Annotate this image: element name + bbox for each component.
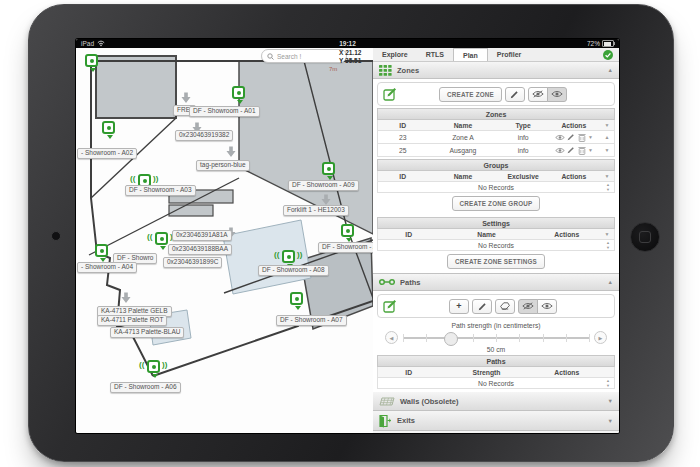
eye-icon[interactable] bbox=[555, 134, 565, 141]
accordion-exits[interactable]: Exits ▼ bbox=[373, 411, 619, 431]
pencil-icon bbox=[510, 90, 519, 99]
map-label: - Showroom - A02 bbox=[77, 148, 137, 159]
cursor-coordinates: X 21.12Y 35.51 bbox=[339, 49, 361, 64]
draw-zone-button[interactable] bbox=[505, 87, 525, 102]
tag-marker-icon[interactable] bbox=[232, 86, 245, 104]
search-placeholder: Search ! bbox=[277, 53, 301, 60]
screen: iPad 19:12 72% bbox=[76, 39, 619, 433]
accordion-paths[interactable]: Paths ▲ bbox=[373, 273, 619, 291]
add-path-button[interactable]: + bbox=[449, 299, 469, 314]
slider-decrease-button[interactable]: ◀ bbox=[385, 331, 398, 344]
tag-marker-icon[interactable] bbox=[322, 162, 335, 180]
accordion-zones[interactable]: Zones ▲ bbox=[373, 62, 619, 79]
side-panel: Explore RTLS Plan Profiler Zones ▲ bbox=[373, 48, 619, 433]
tag-marker-radiating-icon[interactable]: (()) bbox=[147, 360, 160, 378]
map-label: - Showroom - A04 bbox=[77, 262, 137, 273]
create-zone-button[interactable]: CREATE ZONE bbox=[439, 87, 502, 102]
floorplan-map[interactable]: Search ! X 21.12Y 35.51 7m (()) (()) (()… bbox=[76, 48, 374, 433]
map-label: DF - Showroom - A07 bbox=[276, 315, 347, 326]
edit-mode-icon[interactable] bbox=[383, 87, 397, 101]
create-zone-settings-button[interactable]: CREATE ZONE SETTINGS bbox=[447, 254, 545, 269]
ipad-device-frame: iPad 19:12 72% bbox=[28, 4, 674, 462]
path-strength-label: Path strength (in centimeters) bbox=[373, 322, 619, 329]
spinner-arrows-icon[interactable]: ▲▼ bbox=[606, 379, 610, 388]
map-label: DF - Showroom - A08 bbox=[258, 265, 329, 276]
hide-zones-button[interactable] bbox=[528, 87, 548, 102]
spinner-arrows-icon[interactable]: ▲▼ bbox=[606, 183, 610, 192]
map-label: DF - Showroom - A01 bbox=[189, 106, 260, 117]
accordion-walls[interactable]: Walls (Obsolete) ▼ bbox=[373, 392, 619, 411]
zones-table-title: Zones bbox=[377, 108, 615, 120]
show-paths-button[interactable] bbox=[537, 299, 557, 314]
map-scale-label: 7m bbox=[329, 66, 337, 72]
sort-arrow-icon[interactable]: ▼ bbox=[600, 231, 614, 237]
tab-profiler[interactable]: Profiler bbox=[488, 48, 531, 61]
battery-percent: 72% bbox=[587, 39, 600, 48]
zones-table-header: IDName TypeActions ▼ bbox=[377, 120, 615, 131]
eraser-icon bbox=[500, 302, 510, 310]
sort-arrow-icon[interactable]: ▼ bbox=[600, 173, 614, 179]
map-label: tag-person-blue bbox=[196, 160, 250, 171]
map-search-input[interactable]: Search ! bbox=[261, 49, 347, 63]
tag-marker-icon[interactable] bbox=[85, 54, 98, 72]
pencil-icon[interactable] bbox=[567, 133, 575, 141]
settings-table-header: ID Name Actions ▼ bbox=[377, 229, 615, 240]
home-button[interactable] bbox=[630, 222, 660, 252]
sort-arrow-icon[interactable]: ▼ bbox=[600, 122, 614, 128]
groups-empty-row: No Records▲▼ bbox=[377, 182, 615, 193]
draw-path-button[interactable] bbox=[472, 299, 492, 314]
walls-hatch-icon bbox=[379, 397, 395, 406]
eye-icon bbox=[551, 90, 563, 98]
slider-track[interactable] bbox=[403, 331, 589, 344]
table-row[interactable]: 25Ausgang info ▼ ▼ bbox=[377, 144, 615, 157]
eye-icon bbox=[541, 302, 553, 310]
trash-icon[interactable] bbox=[578, 146, 586, 155]
tab-explore[interactable]: Explore bbox=[373, 48, 417, 61]
tag-marker-radiating-icon[interactable]: (()) bbox=[155, 232, 168, 250]
path-strength-slider[interactable]: ◀ ▶ bbox=[385, 331, 607, 344]
eye-icon[interactable] bbox=[555, 147, 565, 154]
chevron-down-icon[interactable]: ▼ bbox=[588, 134, 593, 140]
tag-marker-icon[interactable] bbox=[102, 121, 115, 139]
tag-marker-icon[interactable] bbox=[95, 244, 108, 262]
chevron-up-icon[interactable]: ▲ bbox=[608, 279, 613, 285]
status-ok-icon bbox=[603, 50, 613, 60]
accordion-zones-label: Zones bbox=[397, 66, 419, 75]
scroll-up-icon[interactable]: ▲ bbox=[600, 134, 614, 140]
scroll-down-icon[interactable]: ▼ bbox=[600, 147, 614, 153]
chevron-down-icon[interactable]: ▼ bbox=[608, 398, 613, 404]
spinner-arrows-icon[interactable]: ▲▼ bbox=[606, 241, 610, 250]
chevron-down-icon[interactable]: ▼ bbox=[588, 147, 593, 153]
path-strength-value: 50 cm bbox=[373, 346, 619, 353]
map-label: KA-4711 Palette ROT bbox=[97, 315, 167, 326]
chevron-up-icon[interactable]: ▲ bbox=[608, 67, 613, 73]
slider-increase-button[interactable]: ▶ bbox=[594, 331, 607, 344]
tab-plan[interactable]: Plan bbox=[453, 48, 488, 61]
search-icon bbox=[267, 53, 274, 60]
status-bar: iPad 19:12 72% bbox=[76, 39, 619, 48]
tag-marker-icon[interactable] bbox=[290, 292, 303, 310]
accordion-measures[interactable]: Measures ▼ bbox=[373, 431, 619, 433]
paths-table-title: Paths bbox=[377, 355, 615, 367]
slider-handle[interactable] bbox=[444, 332, 458, 346]
tab-rtls[interactable]: RTLS bbox=[417, 48, 453, 61]
chevron-down-icon[interactable]: ▼ bbox=[608, 418, 613, 424]
exit-door-icon bbox=[379, 414, 392, 428]
trash-icon[interactable] bbox=[578, 133, 586, 142]
hide-paths-button[interactable] bbox=[518, 299, 538, 314]
accordion-walls-label: Walls (Obsolete) bbox=[400, 397, 458, 406]
tag-marker-icon[interactable] bbox=[341, 224, 354, 242]
create-zone-group-button[interactable]: CREATE ZONE GROUP bbox=[452, 196, 541, 211]
map-label: DF - Showroom - A09 bbox=[288, 180, 359, 191]
plus-icon: + bbox=[456, 302, 461, 310]
map-label: 0x2304639188BAA bbox=[168, 244, 232, 255]
battery-icon bbox=[602, 40, 614, 47]
pencil-icon[interactable] bbox=[567, 146, 575, 154]
edit-mode-icon[interactable] bbox=[383, 299, 397, 313]
table-row[interactable]: 23Zone A info ▼ ▲ bbox=[377, 131, 615, 144]
pencil-icon bbox=[478, 302, 487, 311]
front-camera bbox=[51, 231, 61, 241]
paths-empty-row: No Records▲▼ bbox=[377, 378, 615, 389]
show-zones-button[interactable] bbox=[547, 87, 567, 102]
erase-path-button[interactable] bbox=[495, 299, 515, 314]
